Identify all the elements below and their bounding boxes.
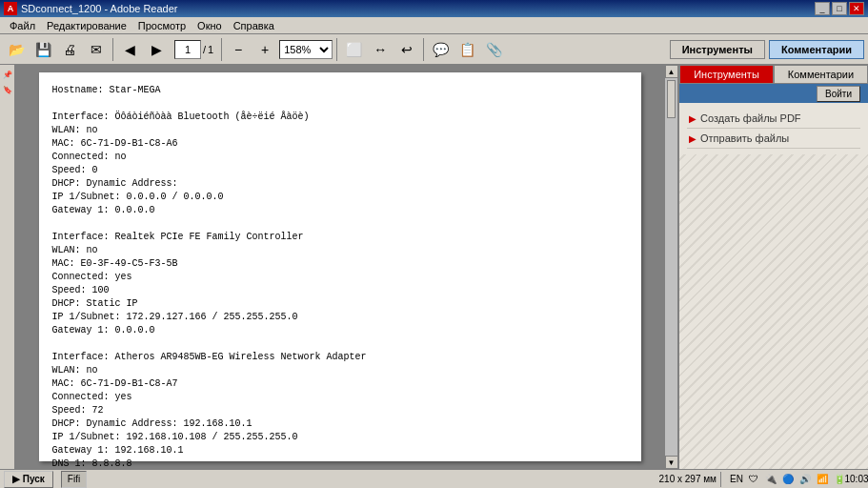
menu-help[interactable]: Справка bbox=[228, 18, 280, 33]
minimize-button[interactable]: _ bbox=[815, 2, 830, 15]
tools-tab-button[interactable]: Инструменты bbox=[670, 40, 765, 59]
maximize-button[interactable]: □ bbox=[832, 2, 847, 15]
antivirus-icon: 🛡 bbox=[746, 472, 761, 487]
bluetooth-icon: 🔵 bbox=[780, 472, 796, 487]
app-icon: A bbox=[4, 2, 17, 15]
toolbar: 📂 💾 🖨 ✉ ◀ ▶ / 1 − + 158% 100% 75% ⬜ ↔ ↩ … bbox=[0, 34, 868, 65]
sep2 bbox=[221, 38, 222, 61]
main-layout: 📌 🔖 Hostname: Star-MEGA Interface: Öôáòi… bbox=[0, 65, 868, 469]
create-pdf-arrow: ▶ bbox=[689, 113, 696, 124]
sep4 bbox=[423, 38, 424, 61]
page-size-label: 210 x 297 мм bbox=[659, 474, 717, 484]
scroll-up-arrow[interactable]: ▲ bbox=[665, 65, 678, 78]
send-files-label: Отправить файлы bbox=[700, 132, 789, 144]
scroll-down-arrow[interactable]: ▼ bbox=[665, 456, 678, 469]
stamp-button[interactable]: 📋 bbox=[454, 37, 479, 62]
login-bar: Войти bbox=[679, 84, 868, 103]
taskbar-fifi-label: Fifi bbox=[68, 474, 80, 484]
right-panel-hatch bbox=[679, 154, 868, 469]
create-pdf-item[interactable]: ▶ Создать файлы PDF bbox=[687, 109, 860, 129]
close-button[interactable]: ✕ bbox=[849, 2, 864, 15]
menu-view[interactable]: Просмотр bbox=[132, 18, 192, 33]
window-title: SDconnect_1200 - Adobe Reader bbox=[21, 3, 815, 14]
prev-page-button[interactable]: ◀ bbox=[117, 37, 142, 62]
next-page-button[interactable]: ▶ bbox=[144, 37, 169, 62]
zoom-select[interactable]: 158% 100% 75% bbox=[279, 40, 333, 59]
comments-panel-tab[interactable]: Комментарии bbox=[774, 65, 868, 84]
comment-button[interactable]: 💬 bbox=[428, 37, 453, 62]
start-button[interactable]: ▶ Пуск bbox=[4, 471, 53, 488]
fit-width-button[interactable]: ↔ bbox=[368, 37, 393, 62]
scroll-track[interactable] bbox=[665, 78, 677, 456]
volume-icon: 🔊 bbox=[797, 472, 813, 487]
open-button[interactable]: 📂 bbox=[4, 37, 29, 62]
tools-panel-tab[interactable]: Инструменты bbox=[679, 65, 774, 84]
sep3 bbox=[336, 38, 337, 61]
zoom-in-button[interactable]: + bbox=[252, 37, 277, 62]
fit-page-button[interactable]: ⬜ bbox=[341, 37, 366, 62]
toolbar-right: Инструменты Комментарии bbox=[670, 40, 864, 59]
login-button[interactable]: Войти bbox=[817, 86, 860, 102]
window-controls[interactable]: _ □ ✕ bbox=[815, 2, 864, 15]
systray: EN 🛡 🔌 🔵 🔊 📶 🔋 10:03 bbox=[729, 472, 864, 487]
doc-page: Hostname: Star-MEGA Interface: Öôáòiéñòà… bbox=[39, 72, 641, 461]
right-panel-section: ▶ Создать файлы PDF ▶ Отправить файлы bbox=[679, 103, 868, 154]
taskbar-fifi[interactable]: Fifi bbox=[61, 471, 87, 488]
network-icon: 🔌 bbox=[763, 472, 778, 487]
comments-tab-button[interactable]: Комментарии bbox=[769, 40, 864, 59]
scroll-thumb[interactable] bbox=[667, 80, 676, 118]
save-button[interactable]: 💾 bbox=[30, 37, 55, 62]
send-files-item[interactable]: ▶ Отправить файлы bbox=[687, 129, 860, 149]
rotate-button[interactable]: ↩ bbox=[394, 37, 419, 62]
page-separator: / bbox=[203, 44, 206, 55]
sidebar-icon-1[interactable]: 📌 bbox=[2, 69, 13, 80]
lang-icon: EN bbox=[729, 472, 744, 487]
send-files-arrow: ▶ bbox=[689, 133, 696, 144]
right-panel: Инструменты Комментарии Войти ▶ Создать … bbox=[677, 65, 868, 469]
create-pdf-label: Создать файлы PDF bbox=[700, 112, 801, 124]
status-bar: ▶ Пуск Fifi 210 x 297 мм EN 🛡 🔌 🔵 🔊 📶 🔋 … bbox=[0, 469, 868, 488]
page-size-section: 210 x 297 мм bbox=[656, 472, 721, 487]
vertical-scrollbar[interactable]: ▲ ▼ bbox=[664, 65, 677, 469]
menu-window[interactable]: Окно bbox=[192, 18, 228, 33]
attach-button[interactable]: 📎 bbox=[481, 37, 506, 62]
email-button[interactable]: ✉ bbox=[84, 37, 109, 62]
sidebar-icon-2[interactable]: 🔖 bbox=[2, 84, 13, 95]
page-nav: / 1 bbox=[174, 40, 213, 59]
left-sidebar: 📌 🔖 bbox=[0, 65, 15, 469]
signal-icon: 📶 bbox=[815, 472, 830, 487]
menu-edit[interactable]: Редактирование bbox=[41, 18, 132, 33]
menu-file[interactable]: Файл bbox=[4, 18, 41, 33]
right-panel-tab-bar: Инструменты Комментарии bbox=[679, 65, 868, 84]
sep1 bbox=[112, 38, 113, 61]
menu-bar: Файл Редактирование Просмотр Окно Справк… bbox=[0, 17, 868, 34]
zoom-out-button[interactable]: − bbox=[226, 37, 251, 62]
clock: 10:03 bbox=[849, 472, 864, 487]
page-input[interactable] bbox=[174, 40, 201, 59]
title-bar: A SDconnect_1200 - Adobe Reader _ □ ✕ bbox=[0, 0, 868, 17]
doc-scroll[interactable]: Hostname: Star-MEGA Interface: Öôáòiéñòà… bbox=[15, 65, 664, 469]
print-button[interactable]: 🖨 bbox=[57, 37, 82, 62]
page-total: 1 bbox=[208, 44, 213, 55]
doc-area: Hostname: Star-MEGA Interface: Öôáòiéñòà… bbox=[15, 65, 664, 469]
